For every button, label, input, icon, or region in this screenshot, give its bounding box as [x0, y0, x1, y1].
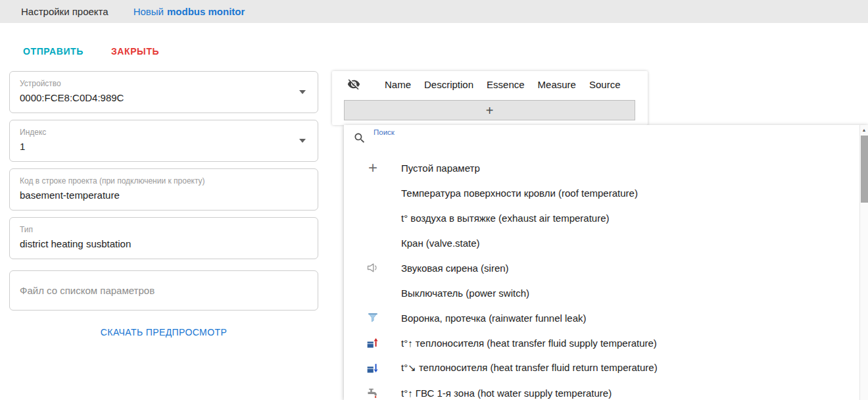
breadcrumb-prefix: Новый	[133, 6, 164, 17]
funnel-icon	[361, 311, 385, 324]
project-code-field[interactable]: Код в строке проекта (при подключении к …	[9, 168, 318, 211]
scrollbar-thumb[interactable]	[861, 136, 868, 203]
device-value: 0000:FCE8:C0D4:989C	[20, 92, 291, 104]
page-title: Настройки проекта	[21, 6, 108, 17]
search-icon	[353, 132, 366, 147]
column-header-source: Source	[589, 79, 621, 90]
parameter-list: + Пустой параметр Температура поверхност…	[344, 155, 868, 400]
breadcrumb-project-name: modbus monitor	[167, 6, 245, 17]
download-preview-link[interactable]: СКАЧАТЬ ПРЕДПРОСМОТР	[9, 327, 318, 338]
visibility-off-icon[interactable]	[347, 78, 361, 91]
index-label: Индекс	[20, 128, 291, 137]
list-item-heat-return-temperature[interactable]: t°↘ теплоносителя (heat transfer fluid r…	[344, 355, 868, 380]
type-value: district heating susbtation	[20, 238, 291, 250]
chevron-down-icon[interactable]	[299, 90, 306, 94]
params-file-placeholder: Файл со списком параметров	[20, 285, 308, 296]
type-label: Тип	[20, 225, 291, 234]
list-item-power-switch[interactable]: Выключатель (power switch)	[344, 280, 868, 305]
top-bar: Настройки проекта Новый modbus monitor	[0, 0, 868, 23]
list-item-empty-parameter[interactable]: + Пустой параметр	[344, 155, 868, 180]
plus-icon: +	[361, 160, 385, 176]
breadcrumb-link[interactable]: Новый modbus monitor	[133, 6, 245, 17]
list-item-hot-water-supply-temperature[interactable]: t°↑ ГВС 1-я зона (hot water supply tempe…	[344, 380, 868, 400]
heat-supply-icon	[361, 336, 385, 349]
list-item-rainwater-funnel-leak[interactable]: Воронка, протечка (rainwater funnel leak…	[344, 305, 868, 330]
column-header-description: Description	[424, 79, 473, 90]
list-item-roof-temperature[interactable]: Температура поверхности кровли (roof tem…	[344, 180, 868, 205]
add-parameter-button[interactable]: +	[344, 100, 635, 120]
index-value: 1	[20, 141, 291, 153]
list-item-exhaust-air-temperature[interactable]: t° воздуха в вытяжке (exhaust air temper…	[344, 205, 868, 230]
params-file-field[interactable]: Файл со списком параметров	[9, 270, 318, 311]
heat-return-icon	[361, 361, 385, 374]
project-code-label: Код в строке проекта (при подключении к …	[20, 176, 291, 186]
list-item-siren[interactable]: Звуковая сирена (siren)	[344, 255, 868, 280]
column-header-measure: Measure	[538, 79, 576, 90]
parameters-table-panel: Name Description Essence Measure Source …	[332, 71, 648, 125]
project-form: Устройство 0000:FCE8:C0D4:989C Индекс 1 …	[9, 71, 318, 338]
close-button[interactable]: ЗАКРЫТЬ	[103, 41, 167, 62]
scrollbar[interactable]: ▲	[859, 125, 868, 400]
search-input[interactable]: Поиск	[374, 128, 395, 136]
scroll-up-button[interactable]: ▲	[860, 125, 868, 135]
send-button[interactable]: ОТПРАВИТЬ	[15, 41, 91, 62]
list-item-valve-state[interactable]: Кран (valve.state)	[344, 230, 868, 255]
siren-icon	[361, 261, 385, 274]
parameter-picker-popup: Поиск + Пустой параметр Температура пове…	[344, 125, 868, 400]
table-header-row: Name Description Essence Measure Source	[332, 71, 648, 97]
toolbar: ОТПРАВИТЬ ЗАКРЫТЬ	[15, 41, 167, 62]
device-select[interactable]: Устройство 0000:FCE8:C0D4:989C	[9, 71, 318, 113]
index-select[interactable]: Индекс 1	[9, 120, 318, 162]
device-label: Устройство	[20, 79, 291, 88]
project-code-value: basement-temperature	[20, 189, 291, 201]
column-header-name: Name	[385, 79, 411, 90]
search-field[interactable]: Поиск	[344, 125, 868, 155]
type-field[interactable]: Тип district heating susbtation	[9, 217, 318, 259]
faucet-icon	[361, 386, 385, 399]
column-header-essence: Essence	[487, 79, 525, 90]
list-item-heat-supply-temperature[interactable]: t°↑ теплоносителя (heat transfer fluid s…	[344, 330, 868, 355]
chevron-down-icon[interactable]	[299, 139, 306, 143]
